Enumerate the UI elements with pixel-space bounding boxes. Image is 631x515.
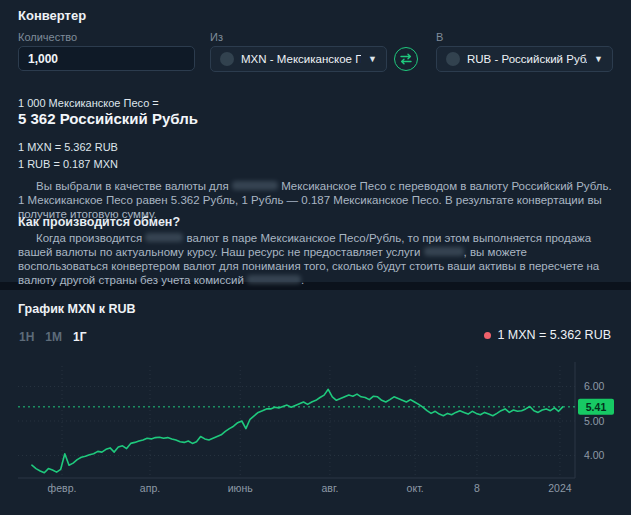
amount-input[interactable] — [18, 46, 195, 71]
how-exchange-heading: Как производится обмен? — [18, 215, 180, 229]
swap-arrows-icon — [398, 51, 414, 67]
amount-label: Количество — [18, 31, 77, 43]
chevron-down-icon: ▼ — [594, 54, 603, 64]
x-axis-tick: июнь — [228, 482, 254, 494]
rate-reverse: 1 RUB = 0.187 MXN — [18, 158, 118, 170]
x-axis-tick: окт. — [407, 482, 424, 494]
to-currency-value: RUB - Российский Рубль — [467, 53, 587, 65]
chart-panel: График MXN к RUB 1Н 1М 1Г 1 MXN = 5.362 … — [0, 290, 631, 515]
to-currency-dropdown[interactable]: RUB - Российский Рубль ▼ — [436, 46, 613, 72]
to-currency-flag-placeholder — [446, 52, 460, 66]
x-axis-tick: февр. — [48, 482, 77, 494]
exchange-text: . — [301, 274, 304, 286]
x-axis-tick: 2024 — [548, 482, 572, 494]
price-badge-value: 5.41 — [586, 401, 607, 413]
from-label: Из — [210, 31, 223, 43]
conversion-result-source: 1 000 Мексиканское Песо = — [18, 97, 159, 109]
redacted-text — [232, 181, 278, 190]
chart-line — [32, 389, 563, 473]
redacted-text — [424, 247, 464, 256]
y-axis-tick: 6.00 — [584, 380, 605, 392]
x-axis-tick: авг. — [321, 482, 338, 494]
conversion-result-target: 5 362 Российский Рубль — [18, 110, 198, 127]
redacted-text — [145, 233, 183, 242]
exchange-text: Когда производится — [36, 232, 145, 244]
chevron-down-icon: ▼ — [368, 54, 377, 64]
rate-forward: 1 MXN = 5.362 RUB — [18, 141, 118, 153]
x-axis-tick: 8 — [474, 482, 480, 494]
page-title: Конвертер — [18, 8, 86, 23]
y-axis-tick: 4.00 — [584, 449, 605, 461]
exchange-paragraph: Когда производится валют в паре Мексикан… — [18, 231, 616, 287]
rate-chart[interactable]: февр.апр.июньавг.окт.820246.005.004.005.… — [0, 290, 631, 515]
x-axis-tick: апр. — [140, 482, 160, 494]
converter-panel: Конвертер Количество Из MXN - Мексиканск… — [0, 0, 631, 282]
from-currency-value: MXN - Мексиканское Песо — [241, 53, 361, 65]
to-label: В — [436, 31, 443, 43]
y-axis-tick: 5.00 — [584, 415, 605, 427]
swap-currencies-button[interactable] — [394, 47, 418, 71]
description-text: Вы выбрали в качестве валюты для — [36, 180, 232, 192]
from-currency-flag-placeholder — [220, 52, 234, 66]
redacted-text — [247, 275, 301, 284]
from-currency-dropdown[interactable]: MXN - Мексиканское Песо ▼ — [210, 46, 387, 72]
